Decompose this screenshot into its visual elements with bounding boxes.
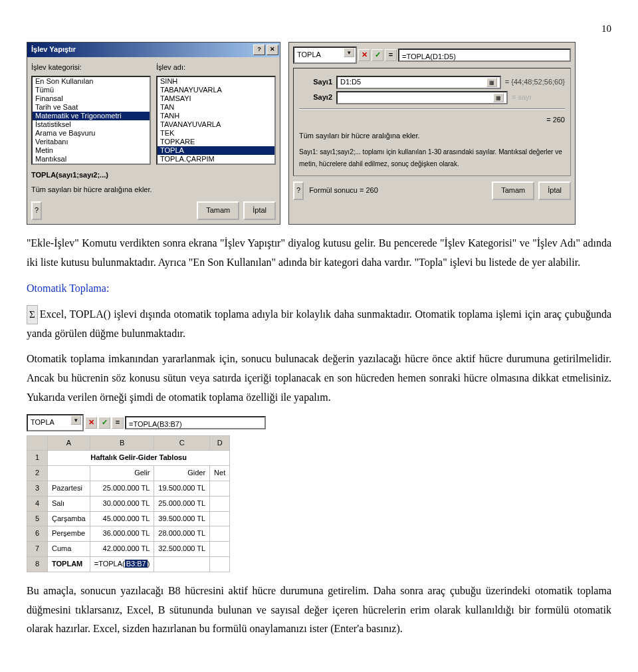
list-item[interactable]: Tarih ve Saat <box>33 103 150 112</box>
equals-icon[interactable]: = <box>385 49 397 61</box>
list-item[interactable]: TAVANAYUVARLA <box>158 120 274 129</box>
dialog-titlebar: İşlev Yapıştır ? ✕ <box>27 43 280 57</box>
cancel-button[interactable]: İptal <box>538 181 571 200</box>
arg1-input[interactable]: D1:D5 ▦ <box>336 76 501 89</box>
bottom-hint: Sayı1: sayı1;sayı2;... toplamı için kull… <box>299 146 565 170</box>
list-item[interactable]: TOPX2AY2 <box>158 164 274 165</box>
list-item[interactable]: TEK <box>158 129 274 138</box>
range-picker-icon[interactable]: ▦ <box>493 93 504 102</box>
cell[interactable]: Pazartesi <box>48 481 90 496</box>
row-header[interactable]: 4 <box>27 496 48 511</box>
list-item[interactable]: TABANAYUVARLA <box>158 86 274 94</box>
cell[interactable] <box>210 556 230 572</box>
list-item[interactable]: Mantıksal <box>33 155 150 164</box>
cell[interactable]: Gelir <box>90 466 154 481</box>
sheet-formula-input[interactable]: =TOPLA(B3:B7) <box>125 416 266 429</box>
cell[interactable]: 19.500.000 TL <box>154 481 210 496</box>
help-icon[interactable]: ? <box>253 45 265 55</box>
ok-button[interactable]: Tamam <box>492 181 534 200</box>
cell[interactable]: Perşembe <box>48 526 90 542</box>
row-header[interactable]: 7 <box>27 542 48 557</box>
arg2-label: Sayı2 <box>299 91 332 104</box>
row-header[interactable]: 2 <box>27 466 48 481</box>
list-item[interactable]: TOPLA.ÇARPIM <box>158 155 274 164</box>
name-box[interactable]: TOPLA <box>27 414 84 431</box>
help-button[interactable]: ? <box>31 201 42 220</box>
cancel-button[interactable]: İptal <box>243 201 276 220</box>
cell[interactable] <box>154 556 210 572</box>
table-row: 4Salı30.000.000 TL25.000.000 TL <box>27 496 230 511</box>
ok-button[interactable]: Tamam <box>197 201 239 220</box>
cell[interactable]: Net <box>210 466 230 481</box>
dialog-title: İşlev Yapıştır <box>31 43 76 56</box>
spreadsheet-grid: ABCD 1Haftalık Gelir-Gider Tablosu2Gelir… <box>27 435 230 572</box>
list-item[interactable]: İstatistiksel <box>33 120 150 129</box>
cell[interactable]: 25.000.000 TL <box>154 496 210 511</box>
row-header[interactable]: 3 <box>27 481 48 496</box>
function-listbox[interactable]: SINHTABANAYUVARLATAMSAYITANTANHTAVANAYUV… <box>156 76 276 165</box>
list-item[interactable]: TOPKARE <box>158 138 274 146</box>
cell[interactable]: 25.000.000 TL <box>90 481 154 496</box>
cell[interactable] <box>210 496 230 511</box>
list-item[interactable]: En Son Kullanılan <box>33 77 150 86</box>
cell[interactable]: Salı <box>48 496 90 511</box>
cell[interactable] <box>210 542 230 557</box>
list-item[interactable]: Veritabanı <box>33 138 150 146</box>
row-header[interactable]: 5 <box>27 511 48 526</box>
cell[interactable] <box>48 466 90 481</box>
help-button[interactable]: ? <box>293 181 304 200</box>
cell[interactable] <box>210 511 230 526</box>
hint-line: Tüm sayıları bir hücre aralığına ekler. <box>31 183 276 197</box>
list-item[interactable]: Bilgi <box>33 164 150 165</box>
close-icon[interactable]: ✕ <box>266 45 278 55</box>
column-header[interactable]: A <box>48 435 90 451</box>
cell[interactable]: 30.000.000 TL <box>90 496 154 511</box>
category-listbox[interactable]: En Son KullanılanTümüFinansalTarih ve Sa… <box>31 76 151 165</box>
cell[interactable]: =TOPLA(B3:B7) <box>90 556 154 572</box>
column-header[interactable]: B <box>90 435 154 451</box>
equals-icon[interactable]: = <box>112 417 124 429</box>
list-item[interactable]: Metin <box>33 146 150 155</box>
function-combo[interactable]: TOPLA <box>293 47 357 64</box>
list-item[interactable]: TOPLA <box>158 146 274 155</box>
list-item[interactable]: Finansal <box>33 94 150 103</box>
formula-input[interactable]: =TOPLA(D1:D5) <box>398 49 571 62</box>
table-row: 1Haftalık Gelir-Gider Tablosu <box>27 451 230 466</box>
cell[interactable] <box>210 526 230 542</box>
cell[interactable]: Gider <box>154 466 210 481</box>
list-item[interactable]: Arama ve Başvuru <box>33 129 150 138</box>
table-row: 2GelirGiderNet <box>27 466 230 481</box>
cell[interactable]: Çarşamba <box>48 511 90 526</box>
cell[interactable]: 39.500.000 TL <box>154 511 210 526</box>
row-header[interactable]: 8 <box>27 556 48 572</box>
list-item[interactable]: TAMSAYI <box>158 94 274 103</box>
cell[interactable] <box>210 481 230 496</box>
arg2-input[interactable]: ▦ <box>336 91 508 104</box>
range-picker-icon[interactable]: ▦ <box>486 78 497 87</box>
accept-formula-icon[interactable]: ✓ <box>372 49 383 61</box>
cell[interactable]: 45.000.000 TL <box>90 511 154 526</box>
list-item[interactable]: SINH <box>158 77 274 86</box>
cell[interactable]: 28.000.000 TL <box>154 526 210 542</box>
row-header[interactable]: 6 <box>27 526 48 542</box>
cancel-formula-icon[interactable]: ✕ <box>358 49 370 61</box>
row-header[interactable]: 1 <box>27 451 48 466</box>
list-item[interactable]: Matematik ve Trigonometri <box>33 112 150 120</box>
para-1: "Ekle-İşlev" Komutu verdikten sonra ekra… <box>27 234 611 273</box>
list-item[interactable]: Tümü <box>33 86 150 94</box>
cell[interactable]: TOPLAM <box>48 556 90 572</box>
column-header[interactable]: D <box>210 435 230 451</box>
cell[interactable]: 36.000.000 TL <box>90 526 154 542</box>
cell[interactable]: 32.500.000 TL <box>154 542 210 557</box>
cell[interactable]: Haftalık Gelir-Gider Tablosu <box>48 451 230 466</box>
cell[interactable]: Cuma <box>48 542 90 557</box>
cell[interactable]: 42.000.000 TL <box>90 542 154 557</box>
category-label: İşlev kategorisi: <box>31 61 151 74</box>
list-item[interactable]: TAN <box>158 103 274 112</box>
list-item[interactable]: TANH <box>158 112 274 120</box>
arg2-hint: = sayı <box>512 91 565 104</box>
column-header[interactable]: C <box>154 435 210 451</box>
accept-formula-icon[interactable]: ✓ <box>98 417 110 429</box>
function-args-dialog: TOPLA ✕ ✓ = =TOPLA(D1:D5) Sayı1 D1:D5 ▦ … <box>288 42 576 225</box>
cancel-formula-icon[interactable]: ✕ <box>85 417 97 429</box>
